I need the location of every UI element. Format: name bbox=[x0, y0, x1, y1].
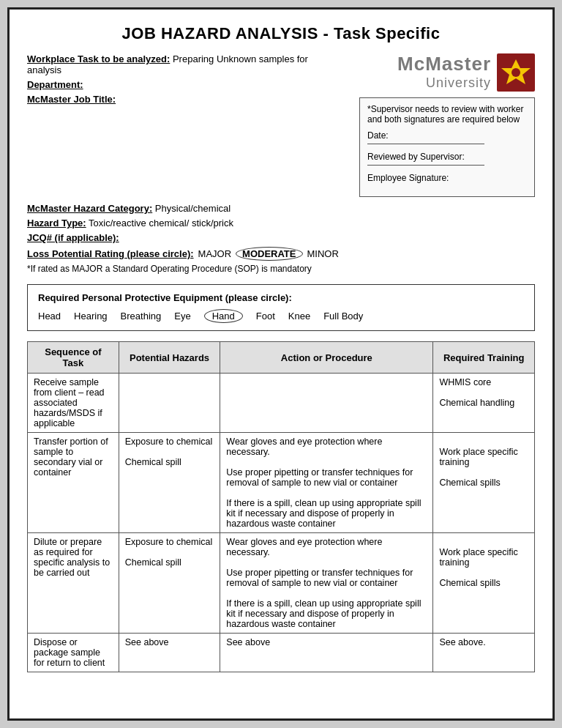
ppe-hearing: Hearing bbox=[74, 311, 108, 322]
ppe-items: Head Hearing Breathing Eye Hand Foot Kne… bbox=[38, 309, 524, 323]
row1-hazards bbox=[119, 374, 220, 433]
reviewed-field: Reviewed by Supervisor: bbox=[367, 152, 527, 166]
row3-action: Wear gloves and eye protection where nec… bbox=[220, 533, 433, 634]
workplace-task-label: Workplace Task to be analyzed: bbox=[27, 53, 170, 64]
ppe-knee: Knee bbox=[288, 311, 310, 322]
date-field: Date: bbox=[367, 130, 527, 144]
row4-training: See above. bbox=[433, 634, 535, 672]
hazard-fields: McMaster Hazard Category: Physical/chemi… bbox=[27, 203, 535, 274]
ppe-section: Required Personal Protective Equipment (… bbox=[27, 284, 535, 331]
col-header-action: Action or Procedure bbox=[220, 342, 433, 374]
hazard-table: Sequence of Task Potential Hazards Actio… bbox=[27, 341, 535, 672]
loss-moderate-circled: MODERATE bbox=[236, 247, 302, 261]
supervisor-note: *Supervisor needs to review with worker … bbox=[367, 104, 527, 125]
row2-action: Wear gloves and eye protection where nec… bbox=[220, 433, 433, 533]
col-header-training: Required Training bbox=[433, 342, 535, 374]
page-container: JOB HAZARD ANALYSIS - Task Specific Work… bbox=[7, 7, 555, 721]
hazard-type-label: Hazard Type: bbox=[27, 218, 86, 229]
ppe-hand-circled: Hand bbox=[204, 309, 243, 323]
row1-training: WHMIS coreChemical handling bbox=[433, 374, 535, 433]
row3-training: Work place specific trainingChemical spi… bbox=[433, 533, 535, 634]
table-section: Sequence of Task Potential Hazards Actio… bbox=[27, 341, 535, 672]
employee-sig-field: Employee Signature: bbox=[367, 173, 527, 183]
hazard-category-value: Physical/chemical bbox=[155, 203, 231, 214]
logo-text: McMaster University bbox=[397, 53, 491, 92]
loss-major: MAJOR bbox=[198, 248, 232, 259]
table-row: Dispose or package sample for return to … bbox=[28, 634, 535, 672]
col-header-hazards: Potential Hazards bbox=[119, 342, 220, 374]
hazard-category-field: McMaster Hazard Category: Physical/chemi… bbox=[27, 203, 535, 214]
department-field: Department: bbox=[27, 79, 345, 90]
loss-minor: MINOR bbox=[307, 248, 339, 259]
workplace-task-field: Workplace Task to be analyzed: Preparing… bbox=[27, 53, 345, 75]
ppe-breathing: Breathing bbox=[121, 311, 162, 322]
ppe-title: Required Personal Protective Equipment (… bbox=[38, 292, 524, 303]
supervisor-box: *Supervisor needs to review with worker … bbox=[359, 97, 535, 197]
ppe-eye: Eye bbox=[174, 311, 190, 322]
logo-area: McMaster University bbox=[359, 53, 535, 92]
row3-sequence: Dilute or prepare as required for specif… bbox=[28, 533, 119, 634]
loss-rating-field: Loss Potential Rating (please circle): M… bbox=[27, 247, 535, 261]
ppe-foot: Foot bbox=[256, 311, 275, 322]
row4-hazards: See above bbox=[119, 634, 220, 672]
logo-university: University bbox=[397, 75, 491, 91]
sop-note: *If rated as MAJOR a Standard Operating … bbox=[27, 264, 535, 274]
col-header-sequence: Sequence of Task bbox=[28, 342, 119, 374]
loss-rating-label: Loss Potential Rating (please circle): bbox=[27, 248, 194, 259]
job-title-field: McMaster Job Title: bbox=[27, 94, 345, 105]
hazard-type-value: Toxic/reactive chemical/ stick/prick bbox=[89, 218, 233, 229]
row4-sequence: Dispose or package sample for return to … bbox=[28, 634, 119, 672]
reviewed-line bbox=[367, 165, 484, 166]
logo-mcmaster: McMaster bbox=[397, 53, 491, 75]
row2-hazards: Exposure to chemicalChemical spill bbox=[119, 433, 220, 533]
row4-action: See above bbox=[220, 634, 433, 672]
hazard-type-field: Hazard Type: Toxic/reactive chemical/ st… bbox=[27, 218, 535, 229]
ppe-head: Head bbox=[38, 311, 61, 322]
jcq-field: JCQ# (if applicable): bbox=[27, 232, 535, 243]
row3-hazards: Exposure to chemicalChemical spill bbox=[119, 533, 220, 634]
table-row: Dilute or prepare as required for specif… bbox=[28, 533, 535, 634]
job-title-label: McMaster Job Title: bbox=[27, 94, 116, 105]
row2-sequence: Transfer portion of sample to secondary … bbox=[28, 433, 119, 533]
row1-action bbox=[220, 374, 433, 433]
date-line bbox=[367, 144, 484, 144]
row1-sequence: Receive sample from client – read associ… bbox=[28, 374, 119, 433]
top-right-area: McMaster University *Supervisor needs to… bbox=[359, 53, 535, 197]
table-row: Receive sample from client – read associ… bbox=[28, 374, 535, 433]
logo-emblem bbox=[497, 53, 535, 92]
ppe-fullbody: Full Body bbox=[323, 311, 363, 322]
page-title: JOB HAZARD ANALYSIS - Task Specific bbox=[27, 24, 535, 43]
date-label: Date: bbox=[367, 130, 527, 141]
hazard-category-label: McMaster Hazard Category: bbox=[27, 203, 152, 214]
table-row: Transfer portion of sample to secondary … bbox=[28, 433, 535, 533]
employee-sig-label: Employee Signature: bbox=[367, 173, 527, 183]
top-left-fields: Workplace Task to be analyzed: Preparing… bbox=[27, 53, 359, 108]
reviewed-label: Reviewed by Supervisor: bbox=[367, 152, 527, 162]
row2-training: Work place specific trainingChemical spi… bbox=[433, 433, 535, 533]
jcq-label: JCQ# (if applicable): bbox=[27, 232, 119, 243]
svg-point-2 bbox=[512, 68, 520, 77]
department-label: Department: bbox=[27, 79, 83, 90]
